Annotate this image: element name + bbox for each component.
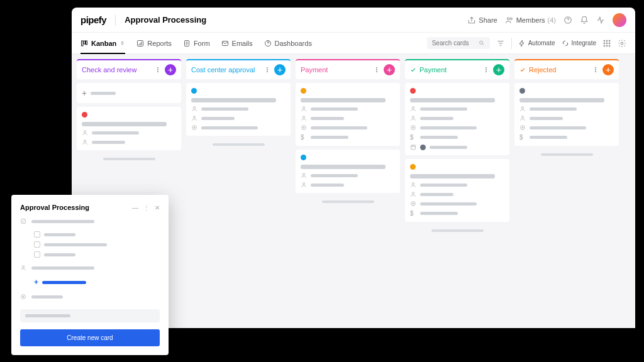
column-menu-icon[interactable] [264, 67, 271, 72]
svg-point-45 [522, 127, 523, 128]
kanban-card[interactable] [296, 150, 400, 193]
share-icon [467, 16, 476, 25]
svg-rect-5 [86, 41, 87, 45]
column-header[interactable]: Payment+ [296, 59, 400, 79]
svg-point-15 [606, 43, 608, 44]
topbar: pipefy Approval Processing Share Members… [72, 8, 635, 33]
column-rejected: Rejected+ $ [514, 59, 619, 323]
app-logo: pipefy [80, 14, 106, 25]
collapsed-card [213, 143, 265, 146]
svg-point-10 [480, 41, 483, 44]
tab-dashboards[interactable]: Dashboards [264, 37, 312, 50]
search-input[interactable] [427, 37, 490, 49]
user-icon [519, 106, 526, 112]
tab-form[interactable]: Form [183, 37, 210, 50]
dollar-icon: $ [519, 134, 526, 141]
add-card-button[interactable]: + [165, 64, 176, 75]
search-field[interactable] [432, 40, 479, 47]
list-item[interactable] [34, 231, 160, 238]
tab-kanban[interactable]: Kanban [80, 37, 125, 50]
automate-icon [518, 40, 526, 47]
status-dot [82, 112, 87, 118]
modal-menu-icon[interactable]: ⋮ [143, 204, 150, 211]
share-button[interactable]: Share [467, 16, 497, 25]
svg-point-13 [609, 40, 610, 41]
kanban-card[interactable]: $ [514, 83, 619, 146]
check-icon [410, 67, 416, 73]
add-card-button[interactable]: + [274, 64, 286, 75]
circle-dot-icon [301, 124, 307, 131]
column-header[interactable]: Rejected+ [514, 59, 619, 79]
automate-button[interactable]: Automate [518, 40, 555, 47]
bell-icon[interactable] [580, 16, 589, 25]
status-dot [301, 155, 306, 160]
add-card-button[interactable]: + [493, 64, 504, 75]
svg-point-19 [609, 45, 610, 47]
create-card-submit[interactable]: Create new card [20, 329, 160, 346]
column-menu-icon[interactable] [154, 67, 162, 72]
kanban-card[interactable]: $ [405, 83, 509, 155]
column-header[interactable]: Payment+ [405, 59, 509, 79]
gear-icon[interactable] [618, 39, 626, 48]
apps-icon[interactable] [602, 39, 611, 48]
column-header[interactable]: Cost center approval+ [186, 59, 291, 79]
create-card-modal: Approval Processing — ⋮ ✕ + Create new c… [11, 195, 169, 355]
svg-point-17 [604, 45, 605, 47]
svg-point-31 [303, 173, 304, 175]
calendar-icon [410, 144, 416, 150]
sort-icon [119, 40, 125, 47]
activity-icon[interactable] [596, 16, 605, 25]
add-card-button[interactable]: + [602, 64, 614, 75]
kanban-card[interactable]: $ [296, 83, 400, 146]
svg-point-32 [303, 183, 304, 185]
members-icon [505, 16, 514, 25]
kanban-card[interactable] [186, 83, 291, 136]
form-icon [183, 40, 191, 47]
status-dot [410, 164, 416, 170]
circle-dot-icon [20, 293, 26, 300]
list-item[interactable] [34, 241, 160, 248]
modal-minimize-icon[interactable]: — [132, 204, 138, 211]
divider [115, 14, 116, 26]
tab-reports[interactable]: Reports [136, 37, 172, 50]
collapsed-card [431, 229, 484, 232]
column-menu-icon[interactable] [482, 67, 490, 72]
filter-icon[interactable] [496, 39, 505, 48]
column-menu-icon[interactable] [373, 67, 380, 72]
circle-dot-icon [519, 124, 526, 131]
members-button[interactable]: Members (4) [505, 16, 556, 25]
add-item-link[interactable]: + [34, 278, 160, 287]
svg-point-38 [412, 183, 414, 185]
list-item[interactable] [34, 251, 160, 258]
svg-point-28 [303, 116, 304, 118]
column-menu-icon[interactable] [592, 67, 599, 72]
user-icon [82, 139, 88, 145]
check-icon [519, 67, 526, 73]
column-header[interactable]: Check and review+ [77, 59, 181, 79]
pipe-title: Approval Processing [125, 15, 206, 25]
reports-icon [136, 40, 144, 47]
column-cost-center: Cost center approval+ [186, 59, 291, 323]
status-dot [519, 88, 525, 94]
modal-text-input[interactable] [20, 309, 160, 322]
modal-close-icon[interactable]: ✕ [155, 204, 160, 211]
status-dot [301, 88, 306, 94]
svg-point-34 [412, 116, 414, 118]
dollar-icon: $ [301, 134, 307, 141]
integrate-button[interactable]: Integrate [562, 40, 596, 47]
integrate-icon [562, 40, 569, 47]
tab-emails[interactable]: Emails [221, 37, 253, 50]
svg-point-18 [606, 45, 608, 47]
add-card-button[interactable]: + [384, 64, 395, 75]
new-card-placeholder[interactable]: + [77, 83, 181, 103]
svg-point-42 [521, 107, 523, 109]
circle-dot-icon [410, 124, 416, 131]
svg-point-41 [413, 203, 414, 204]
help-icon[interactable] [564, 16, 572, 25]
user-avatar[interactable] [613, 13, 626, 27]
user-icon [519, 115, 526, 121]
kanban-card[interactable]: $ [405, 159, 509, 222]
search-icon [479, 40, 485, 47]
kanban-card[interactable] [77, 107, 181, 150]
svg-rect-37 [411, 145, 416, 150]
